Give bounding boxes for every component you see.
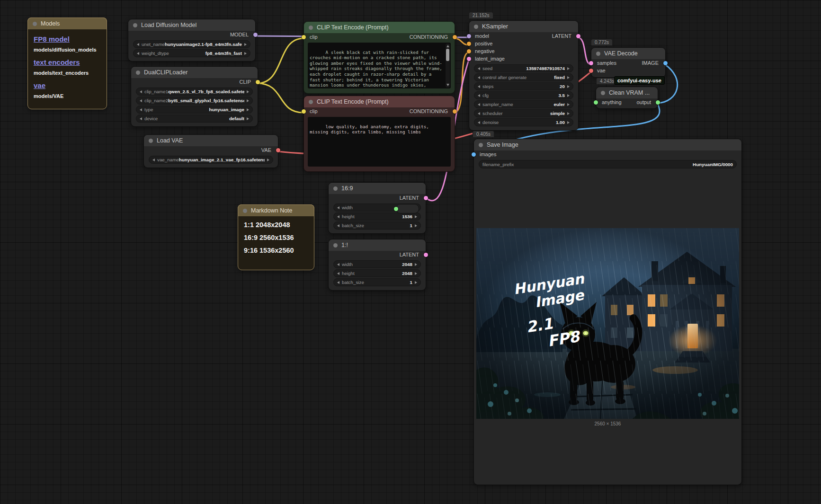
widget-clip-name1[interactable]: clip_name1 qwen_2.5_vl_7b_fp8_scaled.saf… (136, 88, 253, 96)
increment-icon[interactable] (247, 108, 249, 111)
increment-icon[interactable] (247, 99, 249, 102)
widget-seed[interactable]: seed 135974987910574 (474, 64, 573, 72)
output-port-image[interactable] (663, 61, 668, 65)
widget-height[interactable]: height 1536 (333, 212, 421, 221)
decrement-icon[interactable] (337, 272, 339, 275)
increment-icon[interactable] (567, 103, 570, 106)
increment-icon[interactable] (567, 85, 570, 88)
input-port-vae[interactable] (589, 69, 593, 73)
reroute-node[interactable] (396, 204, 419, 213)
node-header[interactable]: CLIP Text Encode (Prompt) (304, 22, 455, 33)
decrement-icon[interactable] (137, 43, 139, 46)
node-vae-decode[interactable]: VAE Decode samples IMAGE vae (591, 47, 666, 78)
decrement-icon[interactable] (140, 99, 142, 102)
decrement-icon[interactable] (140, 108, 142, 111)
node-header[interactable]: 1:! (329, 239, 426, 251)
link-fp8-model[interactable]: FP8 model (34, 35, 70, 43)
node-header[interactable]: KSampler (469, 21, 578, 32)
node-header[interactable]: CLIP Text Encode (Prompt) (304, 96, 455, 107)
node-models-note[interactable]: Models FP8 model models/diffusion_models… (27, 18, 107, 109)
node-header[interactable]: VAE Decode (591, 48, 665, 59)
output-port-conditioning[interactable] (453, 35, 457, 39)
increment-icon[interactable] (244, 52, 247, 55)
widget-clip-name2[interactable]: clip_name2 byt5_small_glyphxl_fp16.safet… (136, 97, 253, 105)
input-port-positive[interactable] (467, 42, 471, 46)
node-clip-text-encode-positive[interactable]: CLIP Text Encode (Prompt) clip CONDITION… (303, 21, 455, 94)
widget-control-after-generate[interactable]: control after generate fixed (474, 73, 573, 81)
input-port-clip[interactable] (302, 35, 306, 39)
decrement-icon[interactable] (337, 263, 339, 266)
input-port-latent-image[interactable] (467, 57, 471, 61)
widget-vae-name[interactable]: vae_name hunyuan_image_2.1_vae_fp16.safe… (149, 156, 273, 164)
increment-icon[interactable] (567, 121, 570, 124)
widget-denoise[interactable]: denoise 1.00 (474, 118, 573, 126)
increment-icon[interactable] (567, 112, 570, 115)
node-graph-canvas[interactable]: 21.152s 0.772s 4.243s comfyui-easy-use 0… (0, 0, 821, 504)
output-port-latent[interactable] (576, 34, 580, 38)
decrement-icon[interactable] (140, 117, 142, 120)
increment-icon[interactable] (415, 215, 417, 218)
widget-width[interactable]: width 2048 (333, 260, 421, 268)
output-port-latent[interactable] (424, 196, 428, 200)
node-clip-text-encode-negative[interactable]: CLIP Text Encode (Prompt) clip CONDITION… (303, 96, 455, 172)
node-ksampler[interactable]: KSampler model LATENT positive negative … (469, 20, 579, 131)
widget-batch-size[interactable]: batch_size 1 (333, 221, 421, 230)
decrement-icon[interactable] (478, 121, 480, 124)
decrement-icon[interactable] (478, 94, 480, 97)
decrement-icon[interactable] (478, 76, 480, 79)
node-header[interactable]: Markdown Note (238, 204, 314, 216)
scroll-up-icon[interactable] (446, 45, 449, 47)
node-dual-clip-loader[interactable]: DualCLIPLoader CLIP clip_name1 qwen_2.5_… (131, 66, 258, 127)
output-port-conditioning[interactable] (453, 109, 457, 114)
link-vae[interactable]: vae (34, 81, 45, 89)
reroute-port[interactable] (394, 207, 398, 211)
output-port-model[interactable] (253, 33, 258, 37)
decrement-icon[interactable] (337, 224, 339, 227)
node-load-vae[interactable]: Load VAE VAE vae_name hunyuan_image_2.1_… (143, 134, 278, 168)
node-header[interactable]: Save Image (474, 139, 741, 150)
prompt-textarea[interactable]: A sleek black cat with rain-slicked fur … (308, 43, 451, 88)
node-markdown-note[interactable]: Markdown Note 1:1 2048x2048 16:9 2560x15… (238, 204, 314, 270)
increment-icon[interactable] (247, 90, 249, 93)
increment-icon[interactable] (567, 76, 570, 79)
scrollbar-thumb[interactable] (446, 49, 449, 61)
widget-device[interactable]: device default (136, 115, 253, 123)
widget-cfg[interactable]: cfg 3.5 (474, 91, 573, 99)
link-text-encoders[interactable]: text encoders (34, 58, 80, 66)
decrement-icon[interactable] (478, 103, 480, 106)
node-header[interactable]: Models (27, 18, 107, 29)
input-port-samples[interactable] (589, 61, 593, 65)
node-save-image[interactable]: Save Image images filename_prefix Hunyua… (473, 139, 742, 485)
node-header[interactable]: Load VAE (144, 135, 278, 146)
node-header[interactable]: Clean VRAM ... (596, 87, 658, 98)
node-header[interactable]: DualCLIPLoader (131, 67, 258, 78)
decrement-icon[interactable] (137, 52, 139, 55)
widget-height[interactable]: height 2048 (333, 269, 421, 277)
node-latent-1-1[interactable]: 1:! LATENT width 2048 height 2048 batch_… (328, 239, 426, 291)
output-port-clip[interactable] (256, 80, 260, 84)
input-port-images[interactable] (472, 152, 476, 157)
widget-steps[interactable]: steps 20 (474, 82, 573, 90)
input-port-anything[interactable] (594, 100, 598, 105)
output-port-output[interactable] (656, 100, 660, 105)
increment-icon[interactable] (415, 263, 417, 266)
widget-sampler-name[interactable]: sampler_name euler (474, 100, 573, 108)
input-port-negative[interactable] (467, 49, 471, 53)
increment-icon[interactable] (244, 43, 247, 46)
widget-filename-prefix[interactable]: filename_prefix HunyuanIMG/0000 (479, 160, 737, 168)
increment-icon[interactable] (247, 117, 249, 120)
increment-icon[interactable] (415, 224, 417, 227)
increment-icon[interactable] (567, 94, 570, 97)
node-load-diffusion-model[interactable]: Load Diffusion Model MODEL unet_name hun… (128, 19, 256, 62)
node-clean-vram[interactable]: Clean VRAM ... anything output (596, 87, 658, 109)
widget-batch-size[interactable]: batch_size 1 (333, 278, 421, 286)
decrement-icon[interactable] (337, 215, 339, 218)
decrement-icon[interactable] (140, 90, 142, 93)
widget-unet-name[interactable]: unet_name hunyuanimage2.1-fp8_e4m3fn.saf… (133, 40, 250, 48)
input-port-clip[interactable] (302, 109, 306, 114)
scroll-down-icon[interactable] (446, 84, 449, 86)
input-port-model[interactable] (467, 34, 471, 38)
increment-icon[interactable] (415, 281, 417, 284)
increment-icon[interactable] (567, 67, 570, 70)
decrement-icon[interactable] (337, 281, 339, 284)
